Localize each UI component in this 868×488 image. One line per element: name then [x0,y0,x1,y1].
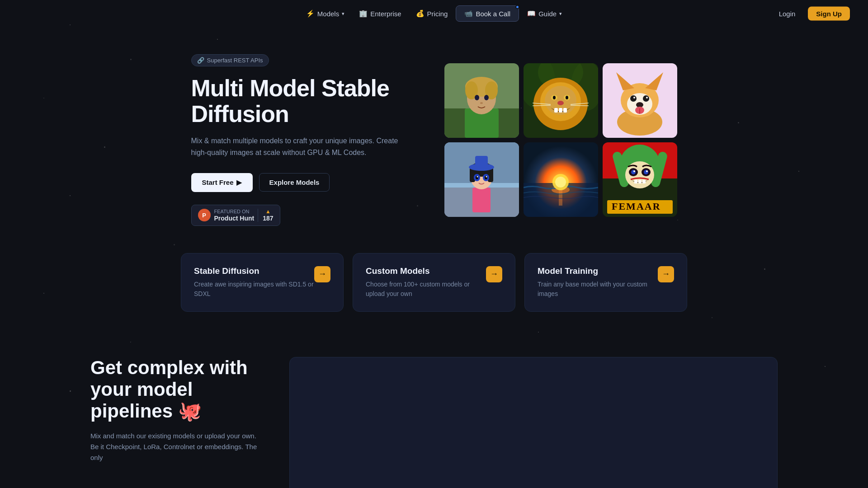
feature-card-top-3: Model Training Train any base model with… [538,266,674,299]
model-training-desc: Train any base model with your custom im… [538,280,658,299]
svg-rect-48 [470,169,475,182]
svg-rect-57 [475,156,488,169]
feature-card-stable-diffusion: Stable Diffusion Create awe inspiring im… [181,253,344,312]
nav-item-guide[interactable]: 📖 Guide ▾ [521,6,568,21]
hero-images-grid: FEMAAR [444,63,677,217]
hero-title: Multi Model Stable Diffusion [191,75,408,127]
features-section: Stable Diffusion Create awe inspiring im… [0,244,868,339]
stable-diffusion-arrow-button[interactable]: → [314,266,330,282]
svg-point-37 [633,97,635,99]
hero-buttons: Start Free ▶ Explore Models [191,173,408,192]
svg-point-7 [475,95,479,100]
feature-card-top-1: Stable Diffusion Create awe inspiring im… [194,266,330,299]
custom-models-title: Custom Models [366,266,486,276]
hero-image-boy [444,63,519,138]
badge-icon: 🔗 [197,57,204,64]
svg-point-20 [566,96,568,99]
login-button[interactable]: Login [773,7,802,21]
product-hunt-info: FEATURED ON Product Hunt [214,209,255,222]
feature-card-top-2: Custom Models Choose from 100+ custom mo… [366,266,502,299]
stable-diffusion-desc: Create awe inspiring images with SD1.5 o… [194,280,314,299]
svg-line-26 [533,105,551,106]
feature-card-model-training: Model Training Train any base model with… [524,253,687,312]
hero-left: 🔗 Superfast REST APIs Multi Model Stable… [191,54,408,226]
svg-point-76 [644,170,648,174]
svg-point-77 [633,170,635,172]
enterprise-icon: 🏢 [359,9,368,18]
enterprise-label: Enterprise [370,10,401,18]
model-training-title: Model Training [538,266,658,276]
models-label: Models [317,10,339,18]
start-free-button[interactable]: Start Free ▶ [191,173,253,192]
custom-models-desc: Choose from 100+ custom models or upload… [366,280,486,299]
svg-line-28 [571,105,589,106]
pricing-label: Pricing [427,10,448,18]
guide-label: Guide [538,10,557,18]
custom-models-arrow-button[interactable]: → [486,266,502,282]
navbar: ⚡ Models ▾ 🏢 Enterprise 💰 Pricing 📹 Book… [0,0,868,27]
nav-item-models[interactable]: ⚡ Models ▾ [300,6,351,21]
svg-rect-81 [642,180,646,183]
nav-right: Login Sign Up [773,7,850,21]
svg-point-8 [484,95,489,100]
models-icon: ⚡ [306,9,315,18]
svg-text:FEMAAR: FEMAAR [612,201,661,212]
nav-item-pricing[interactable]: 💰 Pricing [410,6,454,21]
svg-point-36 [643,95,649,102]
bottom-section: Get complex with your model pipelines 🐙 … [0,339,868,488]
guide-icon: 📖 [527,9,536,18]
feature-card-content-1: Stable Diffusion Create awe inspiring im… [194,266,314,299]
svg-point-9 [480,102,483,104]
svg-rect-80 [638,180,642,183]
hero-image-lion [524,63,598,138]
explore-models-button[interactable]: Explore Models [259,173,330,192]
svg-point-55 [486,176,487,177]
arrow-right-icon-3: → [662,269,670,279]
product-hunt-votes: ▲ 187 [258,209,273,222]
guide-chevron: ▾ [559,11,562,17]
bottom-subtitle: Mix and match our existing models or upl… [90,431,262,463]
svg-point-54 [476,176,478,177]
svg-point-38 [646,97,648,99]
bottom-left: Get complex with your model pipelines 🐙 … [90,357,262,463]
feature-card-content-3: Model Training Train any base model with… [538,266,658,299]
feature-card-content-2: Custom Models Choose from 100+ custom mo… [366,266,486,299]
model-training-arrow-button[interactable]: → [658,266,674,282]
product-hunt-badge[interactable]: P FEATURED ON Product Hunt ▲ 187 [191,205,280,226]
nav-item-enterprise[interactable]: 🏢 Enterprise [353,6,407,21]
hero-image-corgi [603,63,677,138]
hero-image-sunset [524,142,598,217]
svg-rect-49 [488,169,493,182]
svg-point-21 [557,101,564,105]
bottom-title: Get complex with your model pipelines 🐙 [90,357,262,422]
arrow-right-icon: → [318,269,326,279]
badge-text: Superfast REST APIs [207,57,263,64]
featured-on-label: FEATURED ON [214,209,255,215]
svg-point-19 [553,96,556,99]
svg-rect-22 [554,108,558,113]
book-call-icon: 📹 [464,9,473,18]
product-hunt-logo: P [198,209,211,221]
vote-arrow-icon: ▲ [265,209,271,214]
product-hunt-name: Product Hunt [214,215,255,222]
book-call-label: Book a Call [476,10,510,18]
svg-point-35 [630,95,637,102]
nav-links: ⚡ Models ▾ 🏢 Enterprise 💰 Pricing 📹 Book… [300,5,568,22]
arrow-right-icon-2: → [490,269,498,279]
start-free-label: Start Free [202,178,234,186]
models-chevron: ▾ [342,11,344,17]
feature-card-custom-models: Custom Models Choose from 100+ custom mo… [353,253,515,312]
nav-item-book-call[interactable]: 📹 Book a Call [456,5,519,22]
hero-image-girl [444,142,519,217]
svg-point-63 [555,177,566,188]
signup-button[interactable]: Sign Up [808,7,850,21]
bottom-right-panel [289,357,778,488]
svg-rect-23 [559,108,562,113]
svg-point-75 [631,170,636,174]
vote-count: 187 [263,215,273,222]
svg-rect-45 [472,188,491,212]
pricing-icon: 💰 [416,9,425,18]
hero-section: 🔗 Superfast REST APIs Multi Model Stable… [0,27,868,244]
play-icon: ▶ [236,178,242,187]
notification-dot [515,5,519,9]
